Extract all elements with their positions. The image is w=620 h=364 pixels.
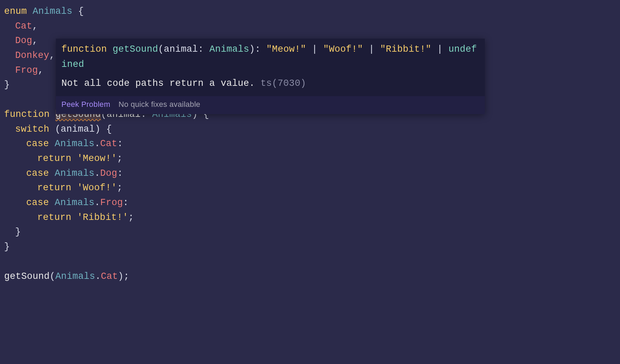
code-line: } [4,225,620,240]
code-line: getSound(Animals.Cat); [4,269,620,284]
hover-signature: function getSound(animal: Animals): "Meo… [56,39,485,75]
code-line: return 'Ribbit!'; [4,210,620,225]
blank-line [4,254,620,269]
code-line: return 'Woof!'; [4,181,620,195]
code-line: case Animals.Cat: [4,136,620,151]
code-line: switch (animal) { [4,122,620,137]
no-quick-fix-label: No quick fixes available [119,98,200,111]
hover-actions: Peek Problem No quick fixes available [56,96,485,114]
hover-diagnostic: Not all code paths return a value. ts(70… [56,75,485,96]
code-line: case Animals.Dog: [4,166,620,181]
code-line: Cat, [4,19,620,34]
peek-problem-link[interactable]: Peek Problem [61,98,110,111]
code-line: } [4,240,620,254]
code-line: enum Animals { [4,4,620,19]
code-line: case Animals.Frog: [4,195,620,210]
hover-widget[interactable]: function getSound(animal: Animals): "Meo… [56,39,485,114]
code-line: return 'Meow!'; [4,151,620,166]
